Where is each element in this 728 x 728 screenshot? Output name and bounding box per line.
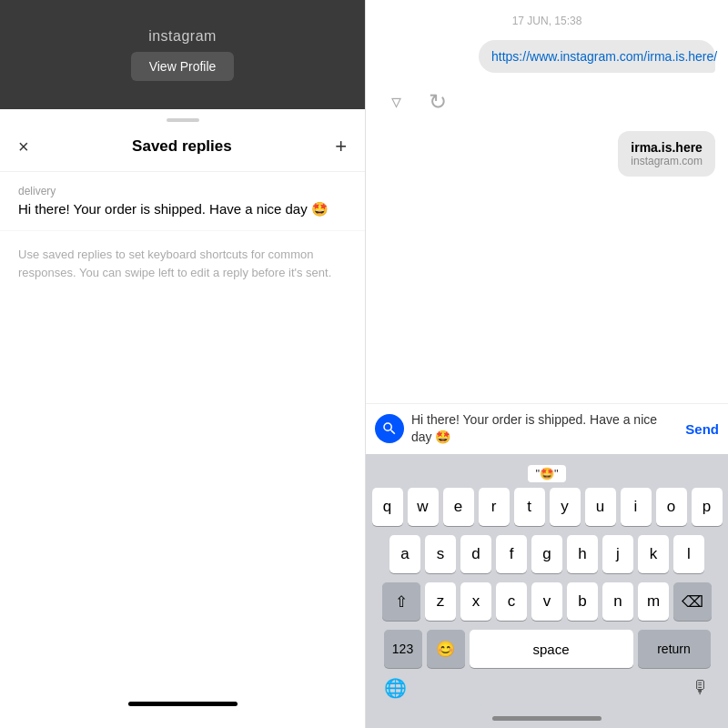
key-o[interactable]: o (656, 488, 687, 526)
key-g[interactable]: g (531, 535, 562, 573)
key-l[interactable]: l (673, 535, 704, 573)
search-icon (381, 420, 398, 437)
key-j[interactable]: j (602, 535, 633, 573)
sheet-title: Saved replies (132, 137, 232, 156)
emoji-suggestion[interactable]: "🤩" (528, 465, 565, 482)
refresh-icon[interactable]: ↻ (429, 89, 447, 115)
space-key[interactable]: space (470, 630, 633, 668)
key-q[interactable]: q (372, 488, 403, 526)
key-p[interactable]: p (692, 488, 723, 526)
keyboard: "🤩" q w e r t y u i o p a s d f g h j k … (366, 454, 728, 728)
chat-area: 17 JUN, 15:38 https://www.instagram.com/… (366, 0, 728, 403)
home-bar (492, 716, 602, 721)
key-s[interactable]: s (425, 535, 456, 573)
key-e[interactable]: e (443, 488, 474, 526)
key-d[interactable]: d (460, 535, 491, 573)
top-bar: instagram View Profile (0, 0, 365, 109)
link-preview-bubble: irma.is.here instagram.com (618, 131, 715, 177)
link-url[interactable]: https://www.instagram.com/irma.is.here/ (491, 49, 717, 64)
backspace-key[interactable]: ⌫ (673, 582, 712, 621)
shift-key[interactable]: ⇧ (382, 582, 420, 621)
instagram-label: instagram (148, 28, 217, 45)
reply-item[interactable]: delivery Hi there! Your order is shipped… (0, 172, 365, 231)
send-icon[interactable]: ▿ (391, 90, 401, 114)
key-b[interactable]: b (567, 582, 598, 621)
numbers-key[interactable]: 123 (384, 630, 422, 668)
key-row-2: a s d f g h j k l (369, 535, 724, 573)
view-profile-button[interactable]: View Profile (131, 52, 235, 81)
key-row-1: q w e r t y u i o p (369, 488, 724, 526)
left-panel: instagram View Profile × Saved replies +… (0, 0, 366, 728)
reply-text: Hi there! Your order is shipped. Have a … (18, 201, 347, 217)
key-a[interactable]: a (389, 535, 420, 573)
emoji-suggestion-row: "🤩" (369, 461, 724, 488)
home-indicator (128, 702, 238, 706)
link-preview-domain: instagram.com (631, 155, 703, 167)
microphone-icon[interactable]: 🎙 (692, 677, 710, 699)
saved-replies-sheet: × Saved replies + delivery Hi there! You… (0, 109, 365, 728)
right-panel: 17 JUN, 15:38 https://www.instagram.com/… (366, 0, 728, 728)
key-h[interactable]: h (567, 535, 598, 573)
key-z[interactable]: z (425, 582, 456, 621)
key-v[interactable]: v (531, 582, 562, 621)
key-u[interactable]: u (585, 488, 616, 526)
sheet-handle (167, 118, 199, 122)
timestamp: 17 JUN, 15:38 (379, 15, 715, 27)
home-indicator-right (369, 708, 724, 728)
key-i[interactable]: i (621, 488, 652, 526)
compose-text[interactable]: Hi there! Your order is shipped. Have a … (411, 411, 678, 447)
key-row-bottom: 123 😊 space return (369, 630, 724, 672)
emoji-key[interactable]: 😊 (427, 630, 465, 668)
key-k[interactable]: k (638, 535, 669, 573)
key-row-3: ⇧ z x c v b n m ⌫ (369, 582, 724, 621)
reply-tag: delivery (18, 185, 347, 197)
key-r[interactable]: r (479, 488, 510, 526)
link-bubble: https://www.instagram.com/irma.is.here/ (479, 40, 715, 73)
return-key[interactable]: return (638, 630, 711, 668)
keyboard-extras-row: 🌐 🎙 (369, 672, 724, 708)
send-button[interactable]: Send (685, 421, 719, 437)
action-row: ▿ ↻ (379, 82, 715, 122)
key-n[interactable]: n (602, 582, 633, 621)
key-w[interactable]: w (408, 488, 439, 526)
key-c[interactable]: c (496, 582, 527, 621)
key-f[interactable]: f (496, 535, 527, 573)
avatar (375, 414, 404, 443)
key-x[interactable]: x (460, 582, 491, 621)
key-m[interactable]: m (638, 582, 669, 621)
key-y[interactable]: y (550, 488, 581, 526)
link-preview-title: irma.is.here (631, 140, 703, 155)
globe-icon[interactable]: 🌐 (384, 677, 407, 699)
add-button[interactable]: + (335, 136, 347, 157)
sheet-header: × Saved replies + (0, 136, 365, 172)
close-button[interactable]: × (18, 137, 29, 156)
hint-text: Use saved replies to set keyboard shortc… (0, 231, 365, 296)
compose-row: Hi there! Your order is shipped. Have a … (366, 403, 728, 454)
key-t[interactable]: t (514, 488, 545, 526)
